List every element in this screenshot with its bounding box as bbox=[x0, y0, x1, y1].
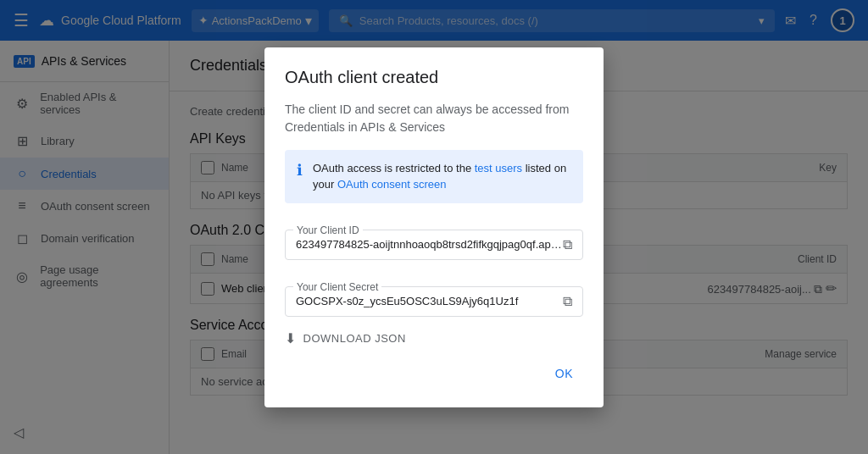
oauth-consent-screen-link[interactable]: OAuth consent screen bbox=[337, 178, 447, 191]
client-secret-field-group: Your Client Secret ⧉ bbox=[285, 274, 583, 317]
dialog-info-box: ℹ OAuth access is restricted to the test… bbox=[285, 150, 583, 203]
ok-button[interactable]: OK bbox=[545, 360, 583, 387]
dialog-body: The client ID and secret can always be a… bbox=[285, 101, 583, 136]
dialog-footer: OK bbox=[285, 360, 583, 387]
client-id-input[interactable] bbox=[296, 238, 563, 251]
copy-client-secret-button[interactable]: ⧉ bbox=[563, 294, 572, 309]
download-json-button[interactable]: ⬇ DOWNLOAD JSON bbox=[285, 330, 406, 346]
client-id-label: Your Client ID bbox=[293, 224, 363, 236]
info-text-prefix: OAuth access is restricted to the bbox=[313, 162, 475, 174]
download-icon: ⬇ bbox=[285, 330, 297, 346]
client-id-field-group: Your Client ID ⧉ bbox=[285, 217, 583, 260]
modal-overlay: OAuth client created The client ID and s… bbox=[0, 0, 868, 454]
download-btn-label: DOWNLOAD JSON bbox=[303, 332, 406, 345]
oauth-created-dialog: OAuth client created The client ID and s… bbox=[264, 47, 604, 407]
test-users-link[interactable]: test users bbox=[475, 162, 522, 174]
dialog-title: OAuth client created bbox=[285, 68, 583, 87]
client-secret-input[interactable] bbox=[296, 295, 563, 307]
dialog-info-text: OAuth access is restricted to the test u… bbox=[313, 160, 571, 193]
copy-client-id-button[interactable]: ⧉ bbox=[563, 237, 572, 252]
info-icon: ℹ bbox=[297, 161, 303, 193]
client-secret-label: Your Client Secret bbox=[293, 281, 381, 293]
